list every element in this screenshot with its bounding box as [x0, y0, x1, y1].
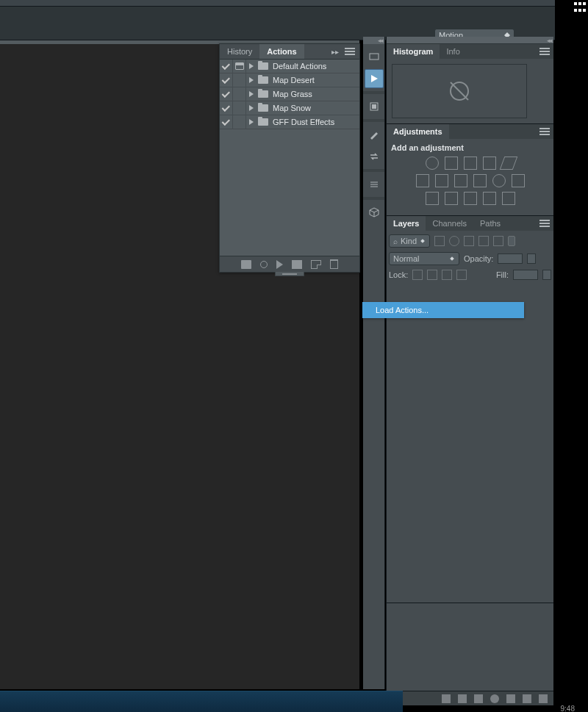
- adj-gradmap-icon[interactable]: [483, 192, 496, 205]
- delete-layer-icon[interactable]: [539, 694, 548, 703]
- adjustments-heading: Add an adjustment: [388, 143, 552, 157]
- new-fill-icon[interactable]: [490, 694, 499, 703]
- panel-menu-icon[interactable]: [345, 48, 355, 55]
- expand-icon[interactable]: [249, 91, 254, 97]
- action-toggle[interactable]: [220, 115, 233, 129]
- action-dialog-toggle[interactable]: [233, 87, 246, 101]
- expand-icon[interactable]: [249, 105, 254, 111]
- filter-smart-icon[interactable]: [493, 236, 503, 246]
- link-layers-icon[interactable]: [442, 694, 451, 703]
- expand-icon[interactable]: [249, 63, 254, 69]
- adj-posterize-icon[interactable]: [445, 192, 458, 205]
- panel-collapse-icon[interactable]: ▸▸: [331, 48, 340, 56]
- layer-filter-kind[interactable]: ⌕ Kind: [389, 234, 430, 248]
- record-icon[interactable]: [260, 261, 268, 268]
- panel-resize-grip[interactable]: [275, 272, 304, 276]
- adj-bw-icon[interactable]: [454, 174, 467, 187]
- new-group-icon[interactable]: [506, 694, 515, 703]
- delete-icon[interactable]: [330, 259, 338, 269]
- adj-brightness-icon[interactable]: [426, 157, 439, 170]
- filter-pixel-icon[interactable]: [434, 236, 445, 246]
- panel-icon-swap[interactable]: [365, 147, 384, 166]
- action-dialog-toggle[interactable]: [233, 101, 246, 115]
- adj-selcolor-icon[interactable]: [502, 192, 515, 205]
- action-dialog-toggle[interactable]: [233, 115, 246, 129]
- adj-threshold-icon[interactable]: [464, 192, 477, 205]
- adj-vibrance-icon[interactable]: [499, 157, 517, 170]
- panel-icon-brush[interactable]: [365, 125, 384, 144]
- filter-type-icon[interactable]: [464, 236, 474, 246]
- action-row[interactable]: Default Actions: [220, 60, 359, 73]
- layer-mask-icon[interactable]: [474, 694, 483, 703]
- folder-icon: [258, 104, 268, 112]
- opacity-value[interactable]: [498, 253, 523, 264]
- panel-icon-1[interactable]: [365, 47, 384, 66]
- actions-panel-tabs: History Actions ▸▸: [220, 44, 359, 60]
- adj-hue-icon[interactable]: [416, 174, 429, 187]
- stop-icon[interactable]: [241, 260, 251, 269]
- tab-layers[interactable]: Layers: [387, 216, 426, 231]
- panel-icon-list[interactable]: [365, 175, 384, 194]
- action-row[interactable]: Map Snow: [220, 101, 359, 115]
- tab-history[interactable]: History: [220, 44, 259, 59]
- action-row[interactable]: GFF Dust Effects: [220, 115, 359, 129]
- adj-curves-icon[interactable]: [464, 157, 477, 170]
- expand-icon[interactable]: [249, 77, 254, 83]
- expand-icon[interactable]: [249, 119, 254, 125]
- panel-menu-icon[interactable]: [539, 48, 550, 55]
- panel-icon-play[interactable]: [365, 69, 384, 88]
- lock-image-icon[interactable]: [427, 270, 437, 280]
- filter-adjust-icon[interactable]: [449, 236, 459, 246]
- filter-shape-icon[interactable]: [478, 236, 489, 246]
- panel-icon-3d[interactable]: [365, 203, 384, 222]
- adj-colorbalance-icon[interactable]: [435, 174, 448, 187]
- lock-pos-icon[interactable]: [442, 270, 452, 280]
- panel-menu-icon[interactable]: [539, 128, 550, 135]
- tab-paths[interactable]: Paths: [473, 216, 507, 231]
- right-collapse-icon[interactable]: ◂◂: [387, 37, 553, 44]
- options-bar: Motion: [0, 7, 555, 40]
- action-toggle[interactable]: [220, 60, 233, 73]
- opacity-dropdown[interactable]: [527, 253, 536, 264]
- folder-icon: [258, 76, 268, 84]
- play-icon[interactable]: [276, 260, 283, 269]
- tab-actions[interactable]: Actions: [259, 44, 304, 59]
- adj-colorlookup-icon[interactable]: [512, 174, 525, 187]
- new-layer-icon[interactable]: [523, 694, 531, 703]
- lock-all-icon[interactable]: [456, 270, 467, 280]
- collapsed-panel-strip: ◂◂: [363, 37, 385, 689]
- adj-photofilter-icon[interactable]: [473, 174, 487, 187]
- tab-info[interactable]: Info: [440, 44, 466, 59]
- menu-item-load-actions[interactable]: Load Actions...: [362, 302, 524, 318]
- strip-collapse-icon[interactable]: ◂◂: [363, 37, 384, 44]
- action-label: Default Actions: [273, 62, 326, 71]
- action-row[interactable]: Map Desert: [220, 73, 359, 87]
- filter-toggle[interactable]: [508, 236, 515, 246]
- tab-histogram[interactable]: Histogram: [387, 44, 440, 59]
- adj-levels-icon[interactable]: [445, 157, 458, 170]
- action-row[interactable]: Map Grass: [220, 87, 359, 101]
- new-action-icon[interactable]: [311, 260, 321, 269]
- fill-value[interactable]: [513, 270, 538, 280]
- action-dialog-toggle[interactable]: [233, 60, 246, 73]
- new-set-icon[interactable]: [292, 260, 302, 269]
- adj-channelmixer-icon[interactable]: [492, 174, 506, 187]
- svg-marker-1: [371, 75, 378, 82]
- panel-menu-icon[interactable]: [539, 220, 550, 227]
- action-toggle[interactable]: [220, 101, 233, 115]
- tab-adjustments[interactable]: Adjustments: [387, 124, 449, 139]
- tab-channels[interactable]: Channels: [426, 216, 473, 231]
- lock-label: Lock:: [389, 270, 408, 279]
- layer-fx-icon[interactable]: [458, 694, 467, 703]
- panel-icon-3[interactable]: [365, 97, 384, 116]
- adj-invert-icon[interactable]: [426, 192, 439, 205]
- adj-exposure-icon[interactable]: [483, 157, 496, 170]
- blend-mode-select[interactable]: Normal: [389, 252, 459, 265]
- lock-trans-icon[interactable]: [412, 270, 423, 280]
- kind-label: Kind: [401, 237, 417, 245]
- fill-dropdown[interactable]: [542, 270, 551, 280]
- action-toggle[interactable]: [220, 73, 233, 87]
- taskbar[interactable]: [0, 691, 403, 712]
- action-dialog-toggle[interactable]: [233, 73, 246, 87]
- action-toggle[interactable]: [220, 87, 233, 101]
